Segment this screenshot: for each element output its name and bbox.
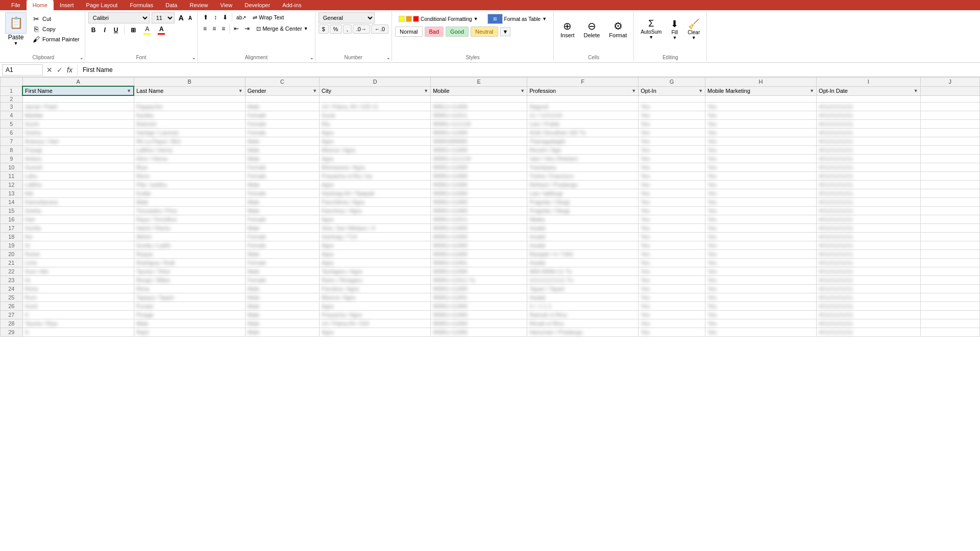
number-format-select[interactable]: General	[318, 12, 375, 23]
list-item[interactable]: Sunita / Ladhi	[134, 241, 245, 249]
list-item[interactable]: Pappachin	[134, 102, 245, 111]
list-item[interactable]	[920, 249, 979, 258]
list-item[interactable]: 99991+11000	[431, 163, 527, 171]
list-item[interactable]: Taunia / TiHui	[134, 267, 245, 276]
wrap-text-button[interactable]: ⇌ Wrap Text	[249, 13, 287, 22]
list-item[interactable]: Punasi	[134, 302, 245, 310]
list-item[interactable]: 99991+11000	[431, 197, 527, 206]
tab-insert[interactable]: Insert	[54, 0, 80, 10]
list-item[interactable]: Agra	[320, 302, 431, 310]
list-item[interactable]	[920, 128, 979, 137]
list-item[interactable]: Agra	[320, 258, 431, 267]
list-item[interactable]: 99991+11000	[431, 189, 527, 197]
list-item[interactable]: Suresh	[22, 163, 134, 171]
list-item[interactable]: Female	[245, 241, 319, 249]
list-item[interactable]	[920, 119, 979, 128]
list-item[interactable]: Yes	[705, 310, 817, 319]
list-item[interactable]: 4/11/11/11/11	[817, 293, 921, 302]
header-cell-4[interactable]: Mobile▼	[431, 86, 527, 95]
list-item[interactable]: Toruvadra / Pino	[134, 206, 245, 215]
list-item[interactable]: Santnag 64 / Taiapati	[320, 189, 431, 197]
list-item[interactable]	[920, 189, 979, 197]
list-item[interactable]: Female	[245, 119, 319, 128]
list-item[interactable]: Riya	[134, 163, 245, 171]
filter-arrow-4[interactable]: ▼	[520, 88, 525, 93]
clear-button[interactable]: 🧹 Clear ▼	[684, 17, 703, 42]
list-item[interactable]: Male	[245, 249, 319, 258]
clear-arrow[interactable]: ▼	[692, 35, 696, 40]
list-item[interactable]: Rima	[22, 284, 134, 293]
list-item[interactable]: Yes	[705, 111, 817, 119]
list-item[interactable]: Yes	[639, 276, 705, 284]
list-item[interactable]: Yes	[705, 319, 817, 328]
cut-button[interactable]: ✂ Cut	[30, 14, 82, 23]
list-item[interactable]: Male	[245, 180, 319, 189]
col-header-D[interactable]: D	[320, 78, 431, 87]
list-item[interactable]: 99991+11000	[431, 328, 527, 336]
list-item[interactable]: Ruhal	[22, 249, 134, 258]
list-item[interactable]: Yes	[639, 197, 705, 206]
list-item[interactable]: Male	[245, 137, 319, 145]
list-item[interactable]: Male	[134, 319, 245, 328]
list-item[interactable]: Reushi / Agri	[527, 145, 639, 154]
list-item[interactable]: 99991+11000	[431, 241, 527, 249]
autosum-button[interactable]: Σ AutoSum ▼	[637, 17, 665, 41]
list-item[interactable]: Yes	[705, 223, 817, 232]
list-item[interactable]: Yes	[639, 293, 705, 302]
list-item[interactable]	[920, 284, 979, 293]
italic-button[interactable]: I	[101, 26, 108, 35]
normal-style[interactable]: Normal	[395, 27, 422, 37]
list-item[interactable]: Rio	[320, 119, 431, 128]
indent-inc-button[interactable]: ⇥	[242, 23, 252, 34]
header-cell-6[interactable]: Opt-In▼	[639, 86, 705, 95]
clipboard-expand[interactable]: ⌄	[80, 55, 84, 60]
col-header-I[interactable]: I	[817, 78, 921, 87]
bad-style[interactable]: Bad	[425, 27, 444, 37]
delete-button[interactable]: ⊖ Delete	[580, 18, 604, 40]
list-item[interactable]: Female	[245, 189, 319, 197]
list-item[interactable]: Male	[245, 284, 319, 293]
center-align-button[interactable]: ≡	[210, 23, 218, 34]
list-item[interactable]: Male	[245, 293, 319, 302]
list-item[interactable]: Female	[245, 171, 319, 180]
list-item[interactable]: Rukmini	[134, 119, 245, 128]
list-item[interactable]: Male	[245, 302, 319, 310]
list-item[interactable]: 4/11/11/11/11	[817, 241, 921, 249]
list-item[interactable]: Pita / asidhu	[134, 180, 245, 189]
list-item[interactable]: 99991+11001	[431, 293, 527, 302]
list-item[interactable]: Rario / Rinagaru	[320, 276, 431, 284]
list-item[interactable]: Yes	[705, 102, 817, 111]
header-cell-2[interactable]: Gender▼	[245, 86, 319, 95]
list-item[interactable]: Male	[245, 223, 319, 232]
list-item[interactable]: Prayacha ni Rio / ka	[320, 171, 431, 180]
list-item[interactable]: Male	[245, 319, 319, 328]
list-item[interactable]: 1/1111111111 Tu	[527, 276, 639, 284]
comma-button[interactable]: ,	[343, 24, 352, 34]
tab-home[interactable]: Home	[27, 0, 54, 10]
list-item[interactable]	[817, 95, 921, 102]
list-item[interactable]: Yes	[705, 163, 817, 171]
list-item[interactable]: Yes	[639, 267, 705, 276]
list-item[interactable]	[134, 95, 245, 102]
list-item[interactable]: Yes	[639, 310, 705, 319]
list-item[interactable]: Lalitha / Hema	[134, 145, 245, 154]
header-cell-5[interactable]: Profession▼	[527, 86, 639, 95]
list-item[interactable]: 4/11/11/11/11	[817, 154, 921, 163]
col-header-A[interactable]: A	[22, 78, 134, 87]
header-cell-8[interactable]: Opt-In Date▼	[817, 86, 921, 95]
list-item[interactable]: Raya / Tornidhui	[134, 215, 245, 223]
list-item[interactable]: Hualal	[527, 293, 639, 302]
list-item[interactable]: Lahu	[22, 171, 134, 180]
list-item[interactable]: Yes	[705, 293, 817, 302]
list-item[interactable]: 4/11/11/11/11	[817, 189, 921, 197]
list-item[interactable]: Kudar	[134, 189, 245, 197]
merge-center-button[interactable]: ⊡ Merge & Center ▼	[253, 24, 312, 34]
list-item[interactable]: Yes	[705, 180, 817, 189]
list-item[interactable]: 99991+11000	[431, 145, 527, 154]
list-item[interactable]	[920, 310, 979, 319]
list-item[interactable]	[920, 328, 979, 336]
list-item[interactable]: Tapaya / Tapari	[134, 293, 245, 302]
list-item[interactable]: Sneha	[22, 128, 134, 137]
list-item[interactable]: Yes	[705, 267, 817, 276]
left-align-button[interactable]: ≡	[201, 23, 209, 34]
